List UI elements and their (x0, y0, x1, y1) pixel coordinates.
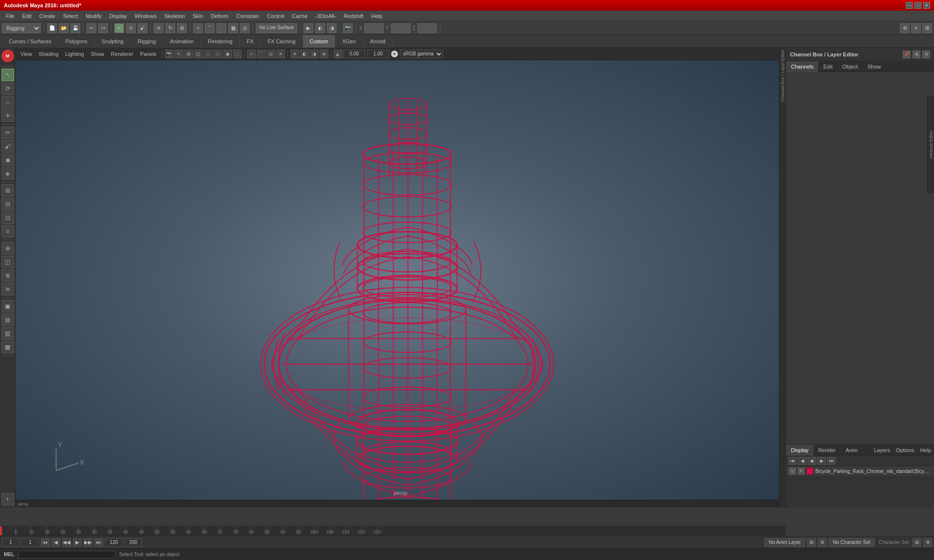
layer-prev-prev-btn[interactable]: ⏮ (788, 457, 797, 465)
mel-input[interactable] (18, 551, 115, 559)
no-live-surface-button[interactable]: No Live Surface (256, 23, 297, 33)
next-frame-button[interactable]: ▶▶ (84, 538, 92, 547)
layer-visible-check[interactable]: V (789, 468, 796, 474)
play-backward-button[interactable]: ◀◀ (62, 538, 71, 547)
snap-point-button[interactable]: · (216, 23, 226, 33)
menu-3dto[interactable]: -3DtoAll- (311, 12, 340, 20)
menu-display[interactable]: Display (106, 12, 131, 20)
adjust4-icon[interactable]: ≋ (1, 283, 14, 296)
tab-rendering[interactable]: Rendering (201, 35, 240, 48)
z-field[interactable] (417, 23, 437, 33)
vp-light4-icon[interactable]: ⊗ (320, 50, 328, 58)
vp-menu-renderer[interactable]: Renderer (108, 50, 136, 58)
anim-layer-icon[interactable]: ⊞ (807, 538, 816, 547)
new-file-button[interactable]: 📄 (47, 23, 57, 33)
vp-snap1-icon[interactable]: ⊹ (247, 50, 256, 58)
render3-icon[interactable]: ▥ (1, 327, 14, 340)
menu-constrain[interactable]: Constrain (233, 12, 263, 20)
vp-select3-icon[interactable]: ◫ (194, 50, 203, 58)
viewport-canvas[interactable]: .wire { stroke: #cc1144; stroke-width: 1… (16, 60, 786, 500)
lasso-tool-button[interactable]: ⊙ (126, 23, 136, 33)
menu-skeleton[interactable]: Skeleton (160, 12, 189, 20)
panel2-icon[interactable]: ⊟ (1, 198, 14, 210)
more-button[interactable]: + (1, 493, 14, 506)
ipr-button[interactable]: ◐ (315, 23, 325, 33)
channel-tab-object[interactable]: Object (837, 61, 862, 72)
tab-polygons[interactable]: Polygons (58, 35, 94, 48)
move-tool-button[interactable]: ✛ (154, 23, 163, 33)
vp-snap2-icon[interactable]: ⌒ (257, 50, 266, 58)
layer-next-next-btn[interactable]: ⏭ (827, 457, 836, 465)
menu-help[interactable]: Help (367, 12, 386, 20)
snap-surface-button[interactable]: ▦ (228, 23, 238, 33)
vp-menu-shading[interactable]: Shading (36, 50, 61, 58)
pencil-icon[interactable]: ✏ (1, 126, 14, 139)
layer-layers-btn[interactable]: Layers (871, 446, 893, 454)
play-end-field[interactable] (125, 538, 142, 547)
timeline-ruler[interactable]: 5 10 15 20 25 30 35 40 45 50 5 (0, 526, 786, 535)
snap-view-button[interactable]: ◎ (240, 23, 250, 33)
vp-menu-panels[interactable]: Panels (137, 50, 160, 58)
gamma-select[interactable]: sRGB gamma Linear (400, 50, 443, 58)
mode-dropdown[interactable]: Rigging Animation Modeling (2, 23, 41, 33)
vp-select1-icon[interactable]: ↖ (175, 50, 183, 58)
vp-menu-lighting[interactable]: Lighting (62, 50, 87, 58)
menu-cache[interactable]: Cache (288, 12, 311, 20)
select-icon[interactable]: ↖ (1, 69, 14, 81)
adjust2-icon[interactable]: ◫ (1, 256, 14, 268)
y-field[interactable] (391, 23, 411, 33)
render4-icon[interactable]: ▦ (1, 341, 14, 353)
tab-rigging[interactable]: Rigging (131, 35, 163, 48)
layer-key-btn[interactable]: ◆ (808, 457, 816, 465)
tab-curves-surfaces[interactable]: Curves / Surfaces (2, 35, 58, 48)
pin-icon[interactable]: 📌 (903, 51, 911, 58)
vp-menu-show[interactable]: Show (88, 50, 108, 58)
range-start-field[interactable] (21, 538, 39, 547)
vp-camera-icon[interactable]: 📷 (165, 50, 174, 58)
adjust1-icon[interactable]: ⊕ (1, 242, 14, 255)
undo-button[interactable]: ↩ (87, 23, 96, 33)
tab-custom[interactable]: Custom (303, 35, 336, 48)
snap-grid-button[interactable]: ⊹ (193, 23, 203, 33)
adjust3-icon[interactable]: ⊗ (1, 269, 14, 282)
vp-select4-icon[interactable]: ⌂ (204, 50, 213, 58)
save-file-button[interactable]: 💾 (71, 23, 80, 33)
play-forward-button[interactable]: ▶ (73, 538, 82, 547)
vp-snap4-icon[interactable]: ✕ (276, 50, 285, 58)
menu-select[interactable]: Select (59, 12, 82, 20)
channel-tab-edit[interactable]: Edit (818, 61, 837, 72)
char-set-opt-icon[interactable]: ⚙ (923, 538, 932, 547)
vp-exposure-field[interactable] (343, 50, 365, 58)
layer-button[interactable]: ≡ (911, 23, 921, 33)
go-to-end-button[interactable]: ⏭ (94, 538, 103, 547)
menu-file[interactable]: File (2, 12, 18, 20)
range-end-field[interactable] (105, 538, 123, 547)
tab-arnold[interactable]: Arnold (363, 35, 393, 48)
collapse-icon[interactable]: ⊟ (922, 51, 930, 58)
expand-icon[interactable]: ⊞ (913, 51, 920, 58)
panel3-icon[interactable]: ⊡ (1, 211, 14, 224)
menu-deform[interactable]: Deform (207, 12, 233, 20)
vp-select2-icon[interactable]: ⊞ (184, 50, 193, 58)
tab-fx[interactable]: FX (240, 35, 261, 48)
tab-animation[interactable]: Animation (163, 35, 201, 48)
layer-tab-display[interactable]: Display (786, 445, 813, 455)
vp-snap3-icon[interactable]: ◎ (267, 50, 275, 58)
paint-select-button[interactable]: 🖌 (138, 23, 147, 33)
channel-tab-channels[interactable]: Channels (786, 61, 818, 72)
current-frame-field[interactable] (2, 538, 19, 547)
tab-sculpting[interactable]: Sculpting (95, 35, 131, 48)
layer-options-btn[interactable]: Options (893, 446, 917, 454)
menu-edit[interactable]: Edit (18, 12, 36, 20)
panel1-icon[interactable]: ⊞ (1, 184, 14, 197)
vp-display1-icon[interactable]: □ (214, 50, 222, 58)
display-render-button[interactable]: ◑ (327, 23, 337, 33)
render1-icon[interactable]: ▣ (1, 300, 14, 313)
layer-help-btn[interactable]: Help (917, 446, 934, 454)
menu-create[interactable]: Create (36, 12, 59, 20)
go-to-start-button[interactable]: ⏮ (41, 538, 50, 547)
layer-item[interactable]: V P Bicycle_Parking_Rack_Chrome_mb_stand… (786, 466, 934, 476)
menu-skin[interactable]: Skin (189, 12, 207, 20)
close-button[interactable]: ✕ (923, 2, 930, 9)
open-file-button[interactable]: 📂 (59, 23, 69, 33)
